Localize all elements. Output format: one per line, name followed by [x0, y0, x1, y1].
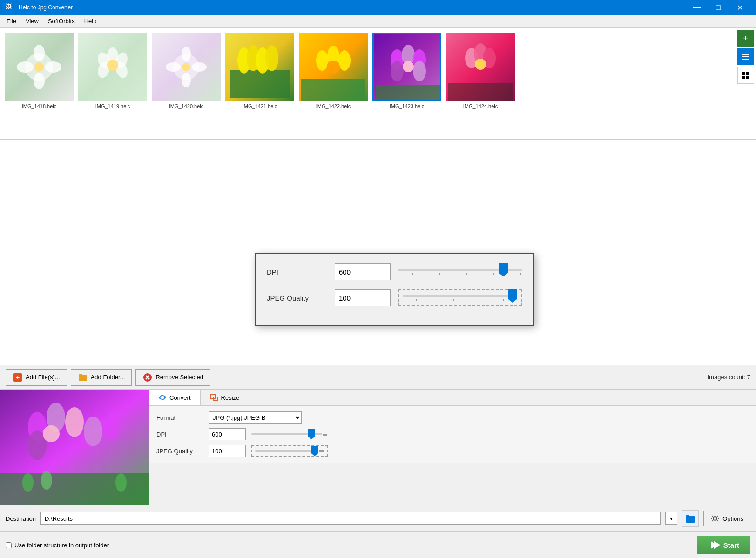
svg-point-3: [17, 61, 34, 73]
dpi-row: DPI: [156, 428, 749, 440]
folder-structure-checkbox[interactable]: [6, 542, 12, 548]
folder-icon: [685, 513, 696, 524]
jpeg-quality-label: JPEG Quality: [156, 448, 203, 455]
popup-jpeg-quality-row: JPEG Quality: [267, 289, 522, 306]
destination-bar: Destination ▼ Options: [0, 505, 756, 531]
svg-point-33: [403, 61, 414, 72]
close-button[interactable]: ✕: [729, 0, 750, 15]
menu-view[interactable]: View: [21, 16, 43, 27]
svg-point-4: [45, 61, 61, 73]
maximize-button[interactable]: □: [708, 0, 729, 15]
svg-point-5: [34, 62, 44, 72]
svg-rect-39: [448, 83, 513, 101]
destination-dropdown-arrow[interactable]: ▼: [665, 512, 677, 525]
gallery-label-5: IMG_1422.heic: [316, 103, 351, 109]
tab-convert[interactable]: Convert: [149, 390, 201, 405]
popup-dpi-slider-track: [398, 269, 522, 271]
menu-file[interactable]: File: [2, 16, 21, 27]
svg-point-63: [115, 473, 127, 492]
svg-point-26: [327, 61, 340, 74]
images-count: Images count: 7: [708, 374, 751, 381]
window-controls: — □ ✕: [686, 0, 750, 15]
svg-point-13: [182, 47, 191, 61]
svg-point-32: [413, 61, 426, 81]
gallery-label-3: IMG_1420.heic: [169, 103, 204, 109]
svg-point-25: [338, 50, 351, 71]
popup-dpi-slider[interactable]: [398, 263, 522, 280]
svg-point-66: [713, 517, 717, 520]
destination-folder-button[interactable]: [682, 510, 699, 527]
popup-jpeg-quality-ticks: [403, 299, 517, 301]
svg-point-17: [182, 63, 190, 71]
gallery-item-7[interactable]: IMG_1424.heic: [446, 33, 515, 109]
dpi-slider[interactable]: [251, 428, 328, 440]
svg-rect-42: [742, 59, 749, 60]
gallery-area: IMG_1418.heic IMG_1419.heic: [0, 28, 756, 140]
tab-resize-label: Resize: [221, 394, 240, 401]
dpi-input[interactable]: [209, 428, 246, 440]
format-select[interactable]: JPG (*.jpg) JPEG B: [209, 411, 302, 424]
destination-input[interactable]: [40, 512, 661, 525]
format-row: Format JPG (*.jpg) JPEG B: [156, 411, 749, 424]
remove-selected-button[interactable]: Remove Selected: [135, 369, 210, 386]
sidebar-right: +: [735, 28, 756, 139]
svg-point-23: [316, 50, 328, 71]
jpeg-quality-slider-thumb[interactable]: [311, 446, 318, 456]
svg-rect-41: [742, 56, 749, 57]
svg-rect-60: [0, 473, 149, 505]
start-icon: [709, 539, 720, 551]
sidebar-add-button[interactable]: +: [737, 30, 754, 47]
gallery-item-2[interactable]: IMG_1419.heic: [78, 33, 147, 109]
options-button[interactable]: Options: [703, 511, 750, 526]
gallery-item-4[interactable]: IMG_1421.heic: [225, 33, 294, 109]
sidebar-list-button[interactable]: [737, 48, 754, 65]
settings-panel: Convert Resize Format JPG (*.jpg) JPEG B: [149, 390, 756, 505]
menu-help[interactable]: Help: [80, 16, 101, 27]
gallery-item-3[interactable]: IMG_1420.heic: [152, 33, 221, 109]
dpi-slider-thumb[interactable]: [308, 429, 315, 439]
folder-structure-checkbox-label[interactable]: Use folder structure in output folder: [6, 542, 109, 549]
svg-rect-18: [230, 70, 290, 98]
tab-resize[interactable]: Resize: [201, 390, 250, 405]
svg-rect-40: [742, 54, 749, 55]
gallery-label-6: IMG_1423.heic: [390, 103, 425, 109]
add-files-button[interactable]: + Add File(s)...: [6, 369, 67, 386]
thumbnail-1: [5, 33, 74, 101]
thumbnail-2: [78, 33, 147, 101]
menu-bar: File View SoftOrbits Help: [0, 15, 756, 28]
svg-point-56: [65, 407, 84, 437]
popup-jpeg-quality-slider-track: [403, 295, 517, 297]
dpi-label: DPI: [156, 431, 203, 438]
gallery-item-5[interactable]: IMG_1422.heic: [299, 33, 368, 109]
jpeg-quality-slider-track: [255, 450, 318, 452]
svg-point-58: [84, 417, 102, 446]
popup-jpeg-quality-input[interactable]: [335, 289, 391, 306]
svg-marker-68: [714, 541, 720, 549]
start-button[interactable]: Start: [697, 536, 750, 554]
jpeg-quality-slider[interactable]: [251, 445, 328, 457]
svg-point-1: [34, 45, 45, 61]
sidebar-grid-button[interactable]: [737, 67, 754, 84]
svg-point-16: [192, 62, 207, 72]
jpeg-quality-slider-ticks: [318, 450, 324, 452]
minimize-button[interactable]: —: [686, 0, 708, 15]
bottom-toolbar: + Add File(s)... Add Folder... Remove Se…: [0, 365, 756, 389]
add-folder-button[interactable]: Add Folder...: [71, 369, 132, 386]
app-title: Heic to Jpg Converter: [19, 4, 686, 11]
jpeg-quality-input[interactable]: [209, 445, 246, 457]
svg-rect-27: [301, 79, 365, 101]
gallery-item-1[interactable]: IMG_1418.heic: [5, 33, 74, 109]
thumbnail-3: [152, 33, 221, 101]
svg-point-14: [182, 73, 191, 87]
menu-softorbits[interactable]: SoftOrbits: [43, 16, 80, 27]
remove-icon: [142, 372, 153, 383]
add-files-icon: +: [13, 372, 23, 383]
svg-rect-45: [742, 76, 745, 79]
folder-structure-label: Use folder structure in output folder: [14, 542, 109, 549]
popup-dpi-label: DPI: [267, 268, 327, 276]
dpi-slider-ticks: [322, 434, 328, 436]
gallery-label-2: IMG_1419.heic: [95, 103, 130, 109]
popup-dpi-input[interactable]: [335, 263, 391, 280]
gallery-item-6[interactable]: IMG_1423.heic: [372, 33, 441, 109]
popup-jpeg-quality-slider[interactable]: [398, 289, 522, 306]
